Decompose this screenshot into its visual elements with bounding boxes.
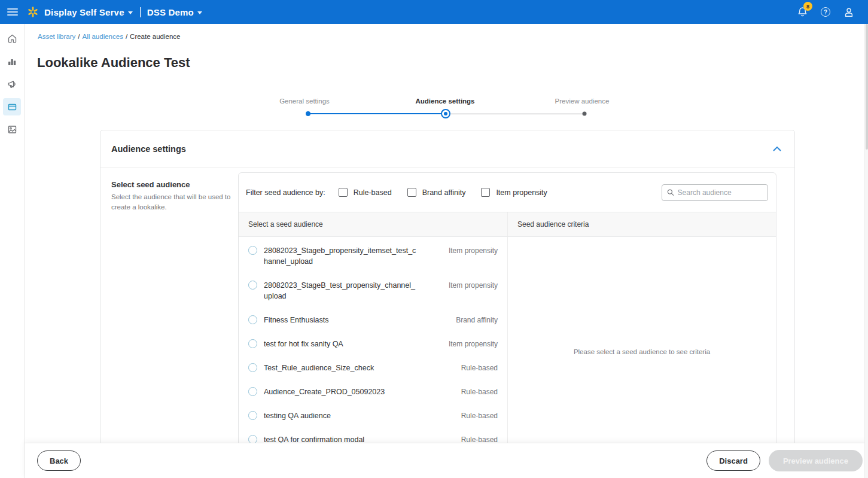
audience-radio[interactable] [248,339,257,348]
audience-type: Brand affinity [456,315,498,325]
help-button[interactable]: ? [820,6,832,18]
breadcrumb-separator: / [78,33,80,40]
left-sidebar [0,24,25,478]
page-title: Lookalike Audience Test [37,55,190,71]
audience-row[interactable]: testing QA audience Rule-based [239,404,507,428]
audience-row[interactable]: Audience_Create_PROD_05092023 Rule-based [239,380,507,404]
audience-name: Fitness Enthusiasts [264,315,417,325]
chevron-up-icon [773,146,781,151]
stepper-line-complete [308,113,446,114]
audience-radio[interactable] [248,411,257,420]
audience-row[interactable]: Test_Rule_audience_Size_check Rule-based [239,356,507,380]
card-header: Audience settings [100,130,794,168]
image-icon [7,124,17,135]
seed-panel-title: Select seed audience [111,180,231,189]
audience-name: 28082023_Stageb_propensity_itemset_test_… [264,245,417,267]
app-switcher[interactable]: Display Self Serve [44,7,133,17]
audience-radio[interactable] [248,315,257,324]
column-seed-audience-criteria: Seed audience criteria [508,212,776,236]
main-content: Asset library/All audiences/Create audie… [25,24,868,478]
chevron-down-icon [197,11,202,14]
filter-brand-affinity[interactable]: Brand affinity [407,188,466,197]
audience-type: Item propensity [449,280,498,291]
collapse-section-button[interactable] [773,146,781,151]
table-body: 28082023_Stageb_propensity_itemset_test_… [239,237,776,465]
home-icon [7,34,17,44]
audience-radio[interactable] [248,246,257,255]
audience-name: 28082023_StageB_test_propensity_channel_… [264,280,417,302]
sidebar-item-reports[interactable] [3,53,21,70]
progress-stepper: General settings Audience settings Previ… [266,98,625,126]
audience-row[interactable]: test for hot fix sanity QA Item propensi… [239,332,507,356]
audience-name: test for hot fix sanity QA [264,339,417,349]
audience-radio[interactable] [248,387,257,396]
stepper-line-upcoming [446,114,584,115]
sidebar-item-campaigns[interactable] [3,75,21,93]
step-dot-complete [306,111,310,116]
action-footer: Back Discard Preview audience [25,443,868,478]
chevron-down-icon [128,11,133,14]
audience-type: Item propensity [449,339,498,349]
topbar-divider [140,7,141,17]
sidebar-item-creatives[interactable] [3,121,21,138]
step-audience-settings[interactable]: Audience settings [415,98,474,105]
audience-list: 28082023_Stageb_propensity_itemset_test_… [239,237,508,465]
sidebar-item-asset-library[interactable] [3,98,21,115]
profile-button[interactable] [843,6,855,18]
audience-name: Audience_Create_PROD_05092023 [264,386,417,397]
filter-item-propensity[interactable]: Item propensity [481,188,547,197]
audience-name: testing QA audience [264,410,417,421]
vertical-scrollbar[interactable] [864,24,868,478]
search-icon [667,188,674,196]
back-button[interactable]: Back [37,450,81,471]
breadcrumb-all-audiences[interactable]: All audiences [82,33,123,40]
org-switcher[interactable]: DSS Demo [147,7,202,17]
audience-row[interactable]: 28082023_StageB_test_propensity_channel_… [239,273,507,308]
rule-based-label: Rule-based [354,188,392,197]
sidebar-item-home[interactable] [3,30,21,47]
discard-button[interactable]: Discard [706,450,760,471]
filter-rule-based[interactable]: Rule-based [339,188,392,197]
app-title: Display Self Serve [44,7,124,17]
audience-radio[interactable] [248,363,257,372]
brand-affinity-checkbox[interactable] [407,188,416,197]
seed-audience-selector: Filter seed audience by: Rule-based Bran… [238,172,776,465]
bar-chart-icon [7,57,17,66]
audience-radio[interactable] [248,281,257,290]
item-propensity-checkbox[interactable] [481,188,490,197]
step-general-settings[interactable]: General settings [279,98,330,105]
seed-panel-description: Select the audience that will be used to… [111,192,231,213]
rule-based-checkbox[interactable] [339,188,348,197]
audience-row[interactable]: 28082023_Stageb_propensity_itemset_test_… [239,239,507,273]
search-input[interactable] [678,188,763,197]
audience-name: Test_Rule_audience_Size_check [264,363,417,373]
footer-right-actions: Discard Preview audience [706,450,863,471]
step-preview-audience[interactable]: Preview audience [555,98,610,105]
brand-affinity-label: Brand affinity [422,188,466,197]
megaphone-icon [7,79,17,89]
notification-badge: 8 [803,2,812,11]
table-header: Select a seed audience Seed audience cri… [239,212,776,237]
audience-type: Rule-based [461,410,498,421]
top-bar: Display Self Serve DSS Demo 8 ? [0,0,868,24]
walmart-spark-icon [28,7,38,17]
filter-bar: Filter seed audience by: Rule-based Bran… [239,173,776,212]
org-name: DSS Demo [147,7,194,17]
audience-row[interactable]: Fitness Enthusiasts Brand affinity [239,308,507,332]
notifications-button[interactable]: 8 [796,6,808,18]
filter-label: Filter seed audience by: [246,188,325,197]
preview-audience-button[interactable]: Preview audience [769,450,863,471]
scrollbar-thumb[interactable] [866,24,868,150]
breadcrumb: Asset library/All audiences/Create audie… [38,33,181,40]
seed-audience-panel: Select seed audience Select the audience… [111,180,231,213]
audience-type: Item propensity [449,245,498,256]
audience-type: Rule-based [461,363,498,373]
asset-library-icon [7,102,17,112]
criteria-empty-state: Please select a seed audience to see cri… [574,348,710,355]
topbar-actions: 8 ? [796,6,855,18]
criteria-panel: Please select a seed audience to see cri… [508,237,776,465]
step-dot-upcoming [583,112,587,116]
menu-icon[interactable] [7,8,18,16]
column-select-seed-audience: Select a seed audience [239,212,508,236]
breadcrumb-asset-library[interactable]: Asset library [38,33,75,40]
